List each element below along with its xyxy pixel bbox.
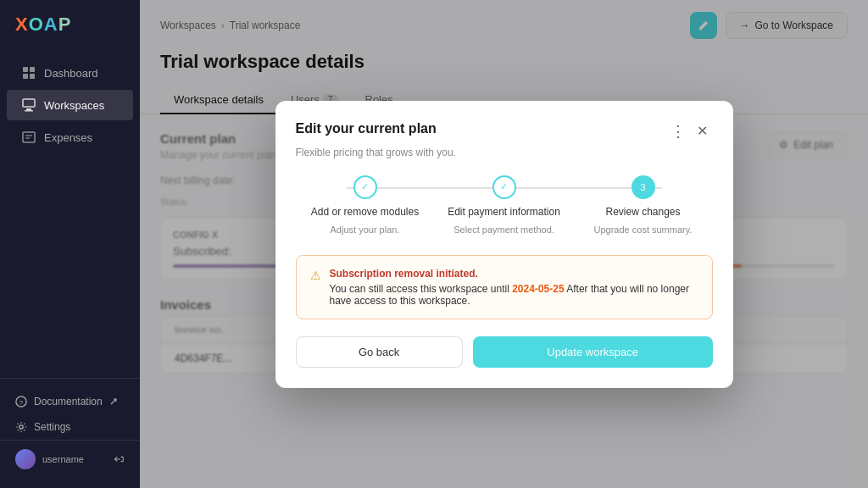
- go-back-button[interactable]: Go back: [296, 336, 463, 368]
- svg-text:?: ?: [19, 399, 24, 407]
- svg-rect-6: [25, 110, 33, 112]
- step-1-sublabel: Adjust your plan.: [331, 225, 400, 235]
- logout-icon[interactable]: [113, 453, 125, 465]
- docs-icon: ?: [15, 396, 27, 408]
- modal-header: Edit your current plan ⋮ ✕: [296, 121, 713, 141]
- step-review: 3 Review changes Upgrade cost summary.: [574, 175, 713, 235]
- svg-rect-0: [23, 67, 28, 72]
- modal-footer: Go back Update workspace: [296, 336, 713, 368]
- step-add-remove: ✓ Add or remove modules Adjust your plan…: [296, 175, 435, 235]
- sidebar-item-dashboard[interactable]: Dashboard: [7, 58, 133, 88]
- sidebar-item-expenses[interactable]: Expenses: [7, 122, 133, 152]
- sidebar-item-workspaces-label: Workspaces: [44, 99, 104, 112]
- svg-rect-1: [30, 67, 35, 72]
- app-logo: XOAP: [0, 0, 140, 49]
- update-workspace-button[interactable]: Update workspace: [473, 336, 713, 368]
- sidebar-item-settings[interactable]: Settings: [0, 414, 140, 440]
- edit-plan-modal: Edit your current plan ⋮ ✕ Flexible pric…: [275, 101, 733, 388]
- settings-icon: [15, 421, 27, 433]
- sidebar-item-documentation-label: Documentation: [34, 396, 103, 408]
- expenses-icon: [22, 130, 36, 144]
- sidebar-user: username: [0, 440, 140, 478]
- svg-rect-2: [23, 74, 28, 79]
- dashboard-icon: [22, 66, 36, 80]
- step-1-label: Add or remove modules: [311, 206, 419, 218]
- sidebar: XOAP Dashboard Workspaces Expenses: [0, 0, 140, 488]
- main-content: Workspaces › Trial workspace → Go to Wor…: [140, 0, 868, 488]
- svg-point-12: [19, 425, 23, 429]
- svg-rect-4: [23, 99, 35, 107]
- sidebar-item-expenses-label: Expenses: [44, 131, 92, 144]
- svg-rect-7: [23, 132, 35, 142]
- step-2-circle: ✓: [492, 175, 516, 199]
- warning-date: 2024-05-25: [512, 283, 564, 295]
- modal-overlay: Edit your current plan ⋮ ✕ Flexible pric…: [140, 0, 868, 488]
- sidebar-item-workspaces[interactable]: Workspaces: [7, 90, 133, 120]
- warning-body: You can still access this workspace unti…: [330, 283, 698, 307]
- warning-icon: ⚠: [310, 269, 321, 282]
- step-3-sublabel: Upgrade cost summary.: [594, 225, 693, 235]
- modal-steps: ✓ Add or remove modules Adjust your plan…: [296, 175, 713, 235]
- sidebar-bottom: ? Documentation Settings username: [0, 378, 140, 488]
- workspaces-icon: [22, 98, 36, 112]
- modal-subtitle: Flexible pricing that grows with you.: [296, 147, 713, 158]
- warning-title: Subscription removal initiated.: [330, 268, 698, 280]
- user-avatar: [15, 449, 36, 469]
- modal-title: Edit your current plan: [296, 121, 437, 136]
- step-2-label: Edit payment information: [448, 206, 560, 218]
- username-label: username: [42, 454, 84, 464]
- warning-text: Subscription removal initiated. You can …: [330, 268, 698, 307]
- svg-rect-3: [30, 74, 35, 79]
- modal-close-button[interactable]: ✕: [693, 121, 713, 141]
- step-3-label: Review changes: [605, 206, 680, 218]
- sidebar-item-dashboard-label: Dashboard: [44, 67, 98, 80]
- modal-more-button[interactable]: ⋮: [670, 124, 686, 139]
- sidebar-item-settings-label: Settings: [34, 421, 70, 433]
- warning-box: ⚠ Subscription removal initiated. You ca…: [296, 255, 713, 319]
- step-edit-payment: ✓ Edit payment information Select paymen…: [435, 175, 574, 235]
- sidebar-item-documentation[interactable]: ? Documentation: [0, 389, 140, 414]
- step-3-circle: 3: [632, 175, 655, 199]
- step-2-sublabel: Select payment method.: [453, 225, 554, 235]
- warning-text-before: You can still access this workspace unti…: [330, 283, 513, 295]
- step-1-circle: ✓: [353, 175, 377, 199]
- external-link-icon: [109, 397, 118, 406]
- sidebar-nav: Dashboard Workspaces Expenses: [0, 49, 140, 378]
